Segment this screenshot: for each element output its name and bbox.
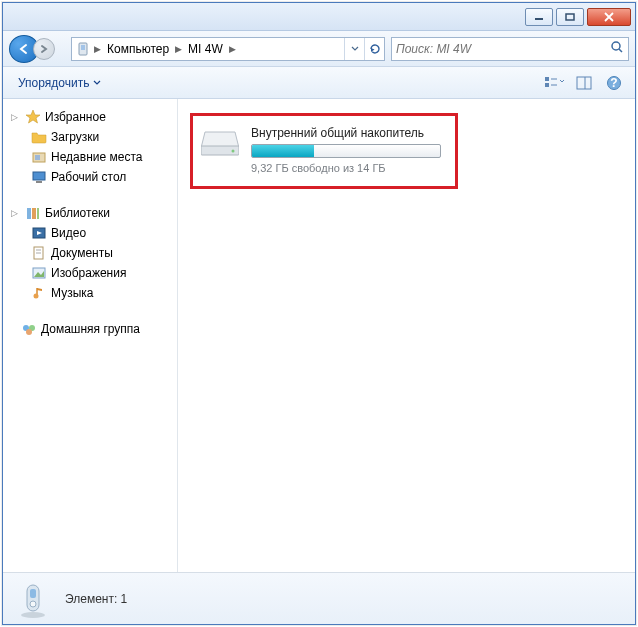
address-bar[interactable]: ▶ Компьютер ▶ MI 4W ▶ bbox=[71, 37, 385, 61]
svg-rect-3 bbox=[81, 45, 85, 50]
nav-buttons bbox=[9, 35, 65, 63]
help-icon: ? bbox=[606, 75, 622, 91]
status-text: Элемент: 1 bbox=[65, 592, 127, 606]
favorites-header[interactable]: ▷ Избранное bbox=[11, 107, 177, 127]
preview-pane-button[interactable] bbox=[571, 72, 597, 94]
libraries-icon bbox=[25, 205, 41, 221]
svg-rect-19 bbox=[27, 208, 31, 219]
breadcrumb-separator-icon: ▶ bbox=[92, 44, 103, 54]
svg-point-36 bbox=[21, 612, 45, 618]
device-small-icon bbox=[74, 40, 92, 58]
storage-progress bbox=[251, 144, 441, 158]
sidebar-item-recent[interactable]: Недавние места bbox=[11, 147, 177, 167]
sidebar: ▷ Избранное Загрузки Недавние места Рабо… bbox=[3, 99, 178, 572]
homegroup-label: Домашняя группа bbox=[41, 322, 140, 336]
item-label: Музыка bbox=[51, 286, 93, 300]
item-label: Видео bbox=[51, 226, 86, 240]
minimize-button[interactable] bbox=[525, 8, 553, 26]
svg-rect-1 bbox=[566, 14, 574, 20]
sidebar-item-music[interactable]: Музыка bbox=[11, 283, 177, 303]
recent-icon bbox=[31, 149, 47, 165]
organize-label: Упорядочить bbox=[18, 76, 89, 90]
svg-marker-14 bbox=[26, 110, 40, 123]
preview-pane-icon bbox=[576, 76, 592, 90]
svg-point-39 bbox=[30, 601, 36, 607]
sidebar-item-pictures[interactable]: Изображения bbox=[11, 263, 177, 283]
drive-title: Внутренний общий накопитель bbox=[251, 126, 447, 140]
svg-rect-16 bbox=[35, 155, 40, 160]
toolbar: Упорядочить ? bbox=[3, 67, 635, 99]
forward-button[interactable] bbox=[33, 38, 55, 60]
navbar: ▶ Компьютер ▶ MI 4W ▶ bbox=[3, 31, 635, 67]
body: ▷ Избранное Загрузки Недавние места Рабо… bbox=[3, 99, 635, 572]
sidebar-item-downloads[interactable]: Загрузки bbox=[11, 127, 177, 147]
desktop-icon bbox=[31, 169, 47, 185]
favorites-label: Избранное bbox=[45, 110, 106, 124]
sidebar-item-video[interactable]: Видео bbox=[11, 223, 177, 243]
svg-point-29 bbox=[34, 294, 39, 299]
forward-arrow-icon bbox=[39, 44, 49, 54]
device-large-icon bbox=[15, 579, 51, 619]
refresh-icon bbox=[368, 42, 382, 56]
music-icon bbox=[31, 285, 47, 301]
sidebar-item-documents[interactable]: Документы bbox=[11, 243, 177, 263]
libraries-group: ▷ Библиотеки Видео Документы Изображения bbox=[11, 203, 177, 303]
svg-rect-38 bbox=[30, 589, 36, 598]
svg-point-4 bbox=[612, 42, 620, 50]
view-options-button[interactable] bbox=[541, 72, 567, 94]
help-button[interactable]: ? bbox=[601, 72, 627, 94]
svg-rect-20 bbox=[32, 208, 36, 219]
address-dropdown-button[interactable] bbox=[344, 38, 364, 60]
svg-rect-7 bbox=[545, 83, 549, 87]
close-button[interactable] bbox=[587, 8, 631, 26]
refresh-button[interactable] bbox=[364, 38, 384, 60]
breadcrumb-device[interactable]: MI 4W bbox=[184, 42, 227, 56]
breadcrumb-separator-icon: ▶ bbox=[227, 44, 238, 54]
star-icon bbox=[25, 109, 41, 125]
libraries-label: Библиотеки bbox=[45, 206, 110, 220]
chevron-down-icon bbox=[93, 79, 101, 87]
svg-text:?: ? bbox=[610, 76, 617, 90]
sidebar-item-desktop[interactable]: Рабочий стол bbox=[11, 167, 177, 187]
svg-line-5 bbox=[619, 49, 622, 52]
item-label: Недавние места bbox=[51, 150, 142, 164]
explorer-window: ▶ Компьютер ▶ MI 4W ▶ Упорядочить bbox=[2, 2, 636, 625]
maximize-button[interactable] bbox=[556, 8, 584, 26]
storage-progress-fill bbox=[252, 145, 314, 157]
drive-info: Внутренний общий накопитель 9,32 ГБ своб… bbox=[251, 126, 447, 174]
homegroup-icon bbox=[21, 321, 37, 337]
content-pane: Внутренний общий накопитель 9,32 ГБ своб… bbox=[178, 99, 635, 572]
item-label: Загрузки bbox=[51, 130, 99, 144]
organize-button[interactable]: Упорядочить bbox=[11, 72, 108, 94]
homegroup-group: Домашняя группа bbox=[11, 319, 177, 339]
item-label: Рабочий стол bbox=[51, 170, 126, 184]
video-icon bbox=[31, 225, 47, 241]
item-label: Документы bbox=[51, 246, 113, 260]
pictures-icon bbox=[31, 265, 47, 281]
libraries-header[interactable]: ▷ Библиотеки bbox=[11, 203, 177, 223]
homegroup-header[interactable]: Домашняя группа bbox=[11, 319, 177, 339]
svg-rect-6 bbox=[545, 77, 549, 81]
favorites-group: ▷ Избранное Загрузки Недавние места Рабо… bbox=[11, 107, 177, 187]
view-options-icon bbox=[544, 76, 564, 90]
collapse-icon: ▷ bbox=[11, 112, 21, 122]
drive-item[interactable]: Внутренний общий накопитель 9,32 ГБ своб… bbox=[190, 113, 458, 189]
svg-rect-0 bbox=[535, 18, 543, 20]
statusbar: Элемент: 1 bbox=[3, 572, 635, 624]
svg-rect-10 bbox=[577, 77, 591, 89]
chevron-down-icon bbox=[351, 45, 359, 53]
svg-point-32 bbox=[26, 329, 32, 335]
svg-point-35 bbox=[232, 150, 235, 153]
maximize-icon bbox=[565, 13, 575, 21]
documents-icon bbox=[31, 245, 47, 261]
folder-icon bbox=[31, 129, 47, 145]
breadcrumb-computer[interactable]: Компьютер bbox=[103, 42, 173, 56]
close-icon bbox=[603, 12, 615, 22]
collapse-icon: ▷ bbox=[11, 208, 21, 218]
back-arrow-icon bbox=[17, 42, 31, 56]
search-icon[interactable] bbox=[610, 40, 624, 57]
search-box[interactable] bbox=[391, 37, 629, 61]
search-input[interactable] bbox=[396, 42, 610, 56]
breadcrumb-separator-icon: ▶ bbox=[173, 44, 184, 54]
minimize-icon bbox=[534, 13, 544, 21]
